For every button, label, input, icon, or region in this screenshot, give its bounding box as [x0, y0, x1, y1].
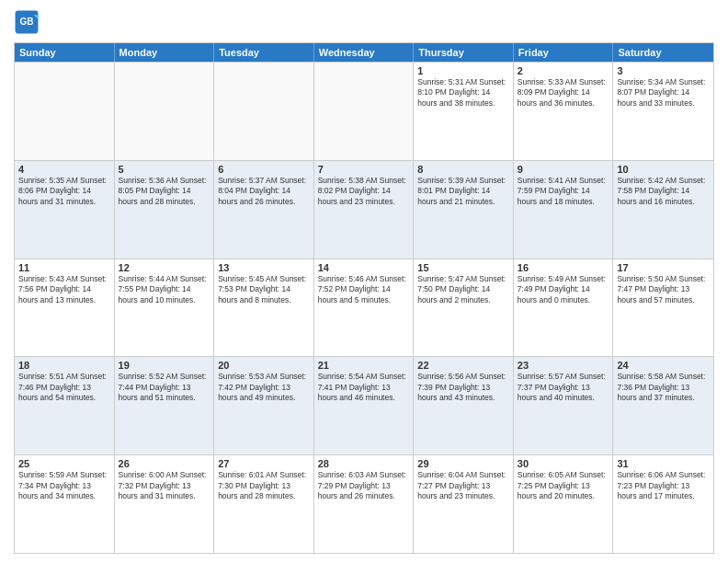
day-number: 19: [119, 360, 210, 371]
calendar-cell: 15Sunrise: 5:47 AM Sunset: 7:50 PM Dayli…: [414, 259, 514, 357]
cell-detail: Sunrise: 5:59 AM Sunset: 7:34 PM Dayligh…: [18, 470, 110, 501]
day-number: 17: [617, 262, 710, 273]
day-number: 4: [18, 164, 110, 175]
calendar-cell: 7Sunrise: 5:38 AM Sunset: 8:02 PM Daylig…: [314, 161, 415, 259]
day-number: 20: [218, 360, 310, 371]
cell-detail: Sunrise: 5:58 AM Sunset: 7:36 PM Dayligh…: [617, 372, 710, 403]
day-number: 25: [18, 458, 110, 469]
calendar-cell: 1Sunrise: 5:31 AM Sunset: 8:10 PM Daylig…: [414, 63, 514, 160]
day-number: 13: [218, 262, 310, 273]
calendar-row-0: 1Sunrise: 5:31 AM Sunset: 8:10 PM Daylig…: [15, 62, 713, 160]
day-number: 16: [518, 262, 609, 273]
calendar-cell: 2Sunrise: 5:33 AM Sunset: 8:09 PM Daylig…: [514, 63, 614, 160]
day-number: 10: [617, 164, 710, 175]
day-number: 14: [318, 262, 410, 273]
cell-detail: Sunrise: 5:39 AM Sunset: 8:01 PM Dayligh…: [417, 176, 509, 207]
day-number: 15: [417, 262, 509, 273]
day-number: 6: [218, 164, 310, 175]
calendar-row-3: 18Sunrise: 5:51 AM Sunset: 7:46 PM Dayli…: [15, 356, 713, 454]
cell-detail: Sunrise: 6:04 AM Sunset: 7:27 PM Dayligh…: [417, 470, 509, 501]
svg-text:GB: GB: [19, 17, 33, 27]
cell-detail: Sunrise: 5:54 AM Sunset: 7:41 PM Dayligh…: [318, 372, 410, 403]
calendar-cell: 14Sunrise: 5:46 AM Sunset: 7:52 PM Dayli…: [314, 259, 415, 357]
logo-icon: GB: [14, 9, 40, 35]
day-number: 30: [518, 458, 609, 469]
calendar-cell: 9Sunrise: 5:41 AM Sunset: 7:59 PM Daylig…: [514, 161, 614, 259]
calendar-row-4: 25Sunrise: 5:59 AM Sunset: 7:34 PM Dayli…: [15, 454, 713, 553]
cell-detail: Sunrise: 5:34 AM Sunset: 8:07 PM Dayligh…: [617, 77, 710, 109]
cell-detail: Sunrise: 5:38 AM Sunset: 8:02 PM Dayligh…: [318, 176, 410, 207]
calendar-cell: 26Sunrise: 6:00 AM Sunset: 7:32 PM Dayli…: [115, 455, 215, 553]
calendar-cell: 4Sunrise: 5:35 AM Sunset: 8:06 PM Daylig…: [15, 161, 115, 259]
cell-detail: Sunrise: 5:53 AM Sunset: 7:42 PM Dayligh…: [218, 372, 310, 403]
cell-detail: Sunrise: 5:57 AM Sunset: 7:37 PM Dayligh…: [518, 372, 609, 403]
header-cell-sunday: Sunday: [15, 43, 115, 62]
day-number: 29: [417, 458, 509, 469]
calendar-cell: 18Sunrise: 5:51 AM Sunset: 7:46 PM Dayli…: [15, 357, 115, 454]
calendar-cell: 11Sunrise: 5:43 AM Sunset: 7:56 PM Dayli…: [15, 259, 115, 357]
calendar-row-2: 11Sunrise: 5:43 AM Sunset: 7:56 PM Dayli…: [15, 259, 713, 357]
day-number: 18: [18, 360, 110, 371]
day-number: 22: [417, 360, 509, 371]
header-cell-friday: Friday: [514, 43, 614, 62]
cell-detail: Sunrise: 5:36 AM Sunset: 8:05 PM Dayligh…: [119, 176, 210, 207]
day-number: 31: [617, 458, 710, 469]
calendar-cell: 30Sunrise: 6:05 AM Sunset: 7:25 PM Dayli…: [514, 455, 614, 553]
header-cell-thursday: Thursday: [414, 43, 514, 62]
calendar-cell: 16Sunrise: 5:49 AM Sunset: 7:49 PM Dayli…: [514, 259, 614, 357]
day-number: 23: [518, 360, 609, 371]
cell-detail: Sunrise: 6:06 AM Sunset: 7:23 PM Dayligh…: [617, 470, 710, 501]
calendar-cell: [15, 63, 115, 160]
calendar: SundayMondayTuesdayWednesdayThursdayFrid…: [14, 42, 714, 554]
calendar-cell: 19Sunrise: 5:52 AM Sunset: 7:44 PM Dayli…: [115, 357, 215, 454]
day-number: 27: [218, 458, 310, 469]
day-number: 5: [119, 164, 210, 175]
day-number: 7: [318, 164, 410, 175]
header-cell-tuesday: Tuesday: [214, 43, 314, 62]
cell-detail: Sunrise: 5:49 AM Sunset: 7:49 PM Dayligh…: [518, 274, 609, 305]
calendar-cell: 27Sunrise: 6:01 AM Sunset: 7:30 PM Dayli…: [214, 455, 314, 553]
cell-detail: Sunrise: 6:01 AM Sunset: 7:30 PM Dayligh…: [218, 470, 310, 501]
header: GB: [14, 9, 714, 35]
calendar-cell: 24Sunrise: 5:58 AM Sunset: 7:36 PM Dayli…: [613, 357, 713, 454]
calendar-cell: 31Sunrise: 6:06 AM Sunset: 7:23 PM Dayli…: [613, 455, 713, 553]
cell-detail: Sunrise: 5:41 AM Sunset: 7:59 PM Dayligh…: [518, 176, 609, 207]
day-number: 9: [518, 164, 609, 175]
cell-detail: Sunrise: 5:45 AM Sunset: 7:53 PM Dayligh…: [218, 274, 310, 305]
cell-detail: Sunrise: 5:33 AM Sunset: 8:09 PM Dayligh…: [518, 77, 609, 109]
calendar-cell: 17Sunrise: 5:50 AM Sunset: 7:47 PM Dayli…: [613, 259, 713, 357]
header-cell-monday: Monday: [115, 43, 215, 62]
logo: GB: [14, 9, 43, 35]
day-number: 24: [617, 360, 710, 371]
cell-detail: Sunrise: 5:52 AM Sunset: 7:44 PM Dayligh…: [119, 372, 210, 403]
calendar-cell: 29Sunrise: 6:04 AM Sunset: 7:27 PM Dayli…: [414, 455, 514, 553]
day-number: 12: [119, 262, 210, 273]
day-number: 1: [417, 65, 509, 76]
cell-detail: Sunrise: 5:44 AM Sunset: 7:55 PM Dayligh…: [119, 274, 210, 305]
calendar-cell: 13Sunrise: 5:45 AM Sunset: 7:53 PM Dayli…: [214, 259, 314, 357]
cell-detail: Sunrise: 5:43 AM Sunset: 7:56 PM Dayligh…: [18, 274, 110, 305]
cell-detail: Sunrise: 5:50 AM Sunset: 7:47 PM Dayligh…: [617, 274, 710, 305]
calendar-body: 1Sunrise: 5:31 AM Sunset: 8:10 PM Daylig…: [15, 62, 713, 553]
cell-detail: Sunrise: 6:05 AM Sunset: 7:25 PM Dayligh…: [518, 470, 609, 501]
calendar-cell: 21Sunrise: 5:54 AM Sunset: 7:41 PM Dayli…: [314, 357, 415, 454]
calendar-cell: 3Sunrise: 5:34 AM Sunset: 8:07 PM Daylig…: [613, 63, 713, 160]
cell-detail: Sunrise: 5:56 AM Sunset: 7:39 PM Dayligh…: [417, 372, 509, 403]
cell-detail: Sunrise: 5:37 AM Sunset: 8:04 PM Dayligh…: [218, 176, 310, 207]
calendar-header: SundayMondayTuesdayWednesdayThursdayFrid…: [15, 43, 713, 62]
calendar-cell: 8Sunrise: 5:39 AM Sunset: 8:01 PM Daylig…: [414, 161, 514, 259]
cell-detail: Sunrise: 5:47 AM Sunset: 7:50 PM Dayligh…: [417, 274, 509, 305]
cell-detail: Sunrise: 5:31 AM Sunset: 8:10 PM Dayligh…: [417, 77, 509, 109]
cell-detail: Sunrise: 5:51 AM Sunset: 7:46 PM Dayligh…: [18, 372, 110, 403]
calendar-cell: [314, 63, 415, 160]
calendar-cell: 23Sunrise: 5:57 AM Sunset: 7:37 PM Dayli…: [514, 357, 614, 454]
calendar-cell: 20Sunrise: 5:53 AM Sunset: 7:42 PM Dayli…: [214, 357, 314, 454]
calendar-cell: 10Sunrise: 5:42 AM Sunset: 7:58 PM Dayli…: [613, 161, 713, 259]
calendar-row-1: 4Sunrise: 5:35 AM Sunset: 8:06 PM Daylig…: [15, 160, 713, 259]
calendar-cell: 22Sunrise: 5:56 AM Sunset: 7:39 PM Dayli…: [414, 357, 514, 454]
cell-detail: Sunrise: 6:00 AM Sunset: 7:32 PM Dayligh…: [119, 470, 210, 501]
cell-detail: Sunrise: 5:46 AM Sunset: 7:52 PM Dayligh…: [318, 274, 410, 305]
cell-detail: Sunrise: 5:42 AM Sunset: 7:58 PM Dayligh…: [617, 176, 710, 207]
header-cell-saturday: Saturday: [613, 43, 713, 62]
cell-detail: Sunrise: 6:03 AM Sunset: 7:29 PM Dayligh…: [318, 470, 410, 501]
